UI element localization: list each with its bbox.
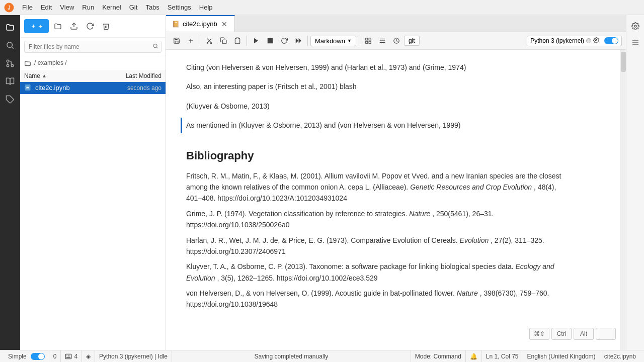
bib-4-rest: , 3(5), 1262–1265. https://doi.org/10.10…	[217, 274, 377, 282]
restart-button[interactable]	[278, 34, 291, 47]
bib-entry-4: Kluyver, T. A., & Osborne, C. P. (2013).…	[186, 261, 569, 284]
toolbar-divider-2	[247, 36, 247, 46]
breadcrumb: / examples /	[20, 56, 166, 70]
svg-line-10	[156, 47, 157, 48]
menu-run[interactable]: Run	[78, 3, 98, 12]
svg-rect-26	[369, 38, 371, 40]
language-status: English (United Kingdom)	[523, 350, 600, 362]
menu-tabs[interactable]: Tabs	[141, 3, 163, 12]
bib-entry-3: Harlan, J. R., Wet, J. M. J. de, & Price…	[186, 235, 569, 257]
svg-line-3	[12, 47, 13, 48]
scrollbar[interactable]	[620, 50, 626, 350]
tab-bar: 📔 cite2c.ipynb ✕	[166, 15, 626, 32]
svg-rect-27	[369, 41, 371, 43]
menu-bar: J File Edit View Run Kernel Git Tabs Set…	[0, 0, 644, 15]
share-item: ◈	[82, 350, 95, 362]
paste-button[interactable]	[231, 34, 244, 47]
cell-4[interactable]: As mentioned in (Kluyver & Osborne, 2013…	[181, 118, 606, 133]
sidebar-item-folder[interactable]	[2, 19, 18, 35]
sidebar-item-extensions[interactable]	[2, 92, 18, 108]
sidebar-item-search[interactable]	[2, 37, 18, 53]
svg-point-6	[7, 64, 9, 67]
right-sidebar	[626, 15, 644, 350]
toc-button[interactable]	[376, 34, 389, 47]
menu-settings[interactable]: Settings	[164, 3, 195, 12]
clear-button[interactable]	[99, 19, 113, 33]
menu-git[interactable]: Git	[125, 3, 142, 12]
cell-tools-button[interactable]	[362, 34, 375, 47]
new-button[interactable]: ＋ +	[24, 19, 49, 33]
gear-icon	[593, 37, 599, 45]
tab-cite2c[interactable]: 📔 cite2c.ipynb ✕	[166, 15, 235, 32]
notebook-icon: py	[24, 84, 32, 92]
file-toolbar: ＋ +	[20, 15, 166, 38]
copy-button[interactable]	[217, 34, 230, 47]
cell-2-text: Also, an interesting paper is (Fritsch e…	[186, 81, 569, 92]
cell-2[interactable]: Also, an interesting paper is (Fritsch e…	[186, 79, 606, 94]
svg-rect-25	[366, 38, 368, 40]
keyboard-hints: ⌘⇧ Ctrl Alt	[529, 328, 616, 340]
sidebar-item-git[interactable]	[2, 55, 18, 71]
bell-item: 🔔	[466, 350, 482, 362]
hint-key	[596, 328, 616, 340]
notebook-area: 📔 cite2c.ipynb ✕	[166, 15, 626, 350]
refresh-button[interactable]	[83, 19, 97, 33]
svg-rect-19	[222, 40, 226, 44]
svg-marker-23	[296, 38, 298, 44]
simple-toggle[interactable]	[604, 37, 618, 44]
property-inspector-icon[interactable]	[628, 19, 642, 33]
bib-3-plain: Harlan, J. R., Wet, J. M. J. de, & Price…	[186, 236, 458, 244]
sidebar-item-book[interactable]	[2, 73, 18, 89]
svg-point-5	[7, 60, 9, 62]
menu-kernel[interactable]: Kernel	[98, 3, 125, 12]
cell-1[interactable]: Citing (von Helversen & von Helversen, 1…	[186, 60, 606, 75]
cell-3-text: (Kluyver & Osborne, 2013)	[186, 101, 569, 112]
stop-button[interactable]	[264, 34, 277, 47]
simple-mode-toggle[interactable]	[31, 353, 45, 360]
modified-column-header[interactable]: Last Modified	[126, 72, 162, 79]
search-input[interactable]	[24, 41, 162, 53]
cell-3[interactable]: (Kluyver & Osborne, 2013)	[186, 99, 606, 114]
bib-entry-2: Grime, J. P. (1974). Vegetation classifi…	[186, 208, 569, 231]
bib-5-italic: Nature	[457, 289, 478, 297]
svg-rect-28	[366, 41, 368, 43]
mode-status: Mode: Command	[411, 350, 466, 362]
kernel-selector[interactable]: Python 3 (ipykernel)	[527, 36, 622, 46]
menu-view[interactable]: View	[56, 3, 78, 12]
add-cell-button[interactable]	[184, 34, 197, 47]
svg-rect-20	[236, 38, 239, 39]
cell-type-selector[interactable]: Markdown ▼	[310, 36, 356, 46]
scrollbar-thumb[interactable]	[621, 52, 626, 72]
clock-button[interactable]	[390, 34, 403, 47]
svg-point-4	[11, 64, 14, 67]
zero-status: 0	[49, 350, 61, 362]
plus-icon: ＋	[30, 22, 37, 31]
cut-button[interactable]	[203, 34, 216, 47]
menu-file[interactable]: File	[18, 3, 37, 12]
file-item-cite2c[interactable]: py cite2c.ipynb seconds ago	[20, 82, 166, 94]
bibliography-section[interactable]: Bibliography Fritsch, R. M., Matin, F., …	[186, 137, 606, 316]
simple-label: Simple	[8, 353, 27, 360]
save-button[interactable]	[170, 34, 183, 47]
hint-alt: Alt	[574, 328, 594, 340]
tab-close-button[interactable]: ✕	[220, 21, 228, 28]
fastforward-button[interactable]	[292, 34, 305, 47]
position-status: Ln 1, Col 75	[482, 350, 523, 362]
upload-button[interactable]	[67, 19, 81, 33]
svg-point-9	[153, 44, 157, 48]
menu-edit[interactable]: Edit	[37, 3, 56, 12]
toolbar-divider-1	[200, 36, 200, 46]
run-button[interactable]	[250, 34, 263, 47]
svg-rect-22	[268, 38, 273, 44]
tab-notebook-icon: 📔	[172, 21, 180, 28]
file-list: py cite2c.ipynb seconds ago	[20, 82, 166, 350]
bib-1-italic: Genetic Resources and Crop Evolution	[410, 183, 532, 191]
bib-entry-5: von Helversen, D., & von Helversen, O. (…	[186, 288, 569, 310]
menu-help[interactable]: Help	[195, 3, 217, 12]
name-column-header[interactable]: Name ▲	[24, 72, 126, 79]
toc-sidebar-icon[interactable]	[628, 35, 642, 49]
tab-label: cite2c.ipynb	[183, 20, 217, 28]
search-icon	[152, 43, 158, 51]
open-folder-button[interactable]	[51, 19, 65, 33]
git-button[interactable]: git	[404, 36, 420, 46]
